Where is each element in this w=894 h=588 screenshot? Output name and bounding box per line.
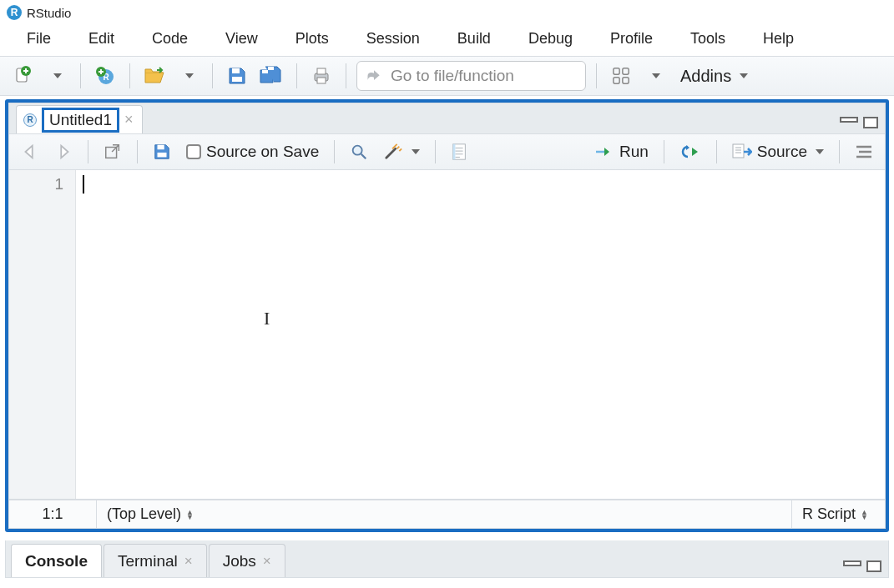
print-button[interactable] — [307, 62, 336, 90]
svg-rect-13 — [623, 68, 629, 74]
menu-tools[interactable]: Tools — [690, 30, 725, 48]
open-file-button[interactable] — [140, 62, 169, 90]
menu-session[interactable]: Session — [366, 30, 420, 48]
file-type-selector[interactable]: R Script ▲▼ — [792, 500, 885, 528]
addins-button[interactable]: Addins — [674, 67, 755, 86]
source-on-save-toggle[interactable]: Source on Save — [183, 141, 322, 163]
new-file-dropdown[interactable] — [42, 62, 70, 90]
minimize-pane-button[interactable] — [843, 560, 861, 566]
source-button[interactable]: Source — [729, 141, 827, 163]
svg-rect-11 — [317, 78, 326, 83]
maximize-pane-button[interactable] — [863, 117, 878, 128]
workspace-panes-button[interactable] — [607, 62, 635, 90]
new-file-button[interactable] — [8, 62, 37, 90]
svg-point-19 — [353, 146, 362, 155]
svg-rect-6 — [232, 77, 242, 82]
source-editor-pane: R Untitled1 × — [5, 99, 889, 532]
run-label: Run — [619, 143, 649, 161]
window-titlebar: R RStudio — [0, 0, 894, 25]
svg-rect-8 — [268, 67, 274, 70]
window-title: RStudio — [27, 6, 71, 20]
close-icon[interactable]: × — [184, 553, 193, 570]
console-pane: Console Terminal × Jobs × — [5, 540, 889, 578]
find-replace-button[interactable] — [346, 141, 371, 163]
save-button[interactable] — [223, 62, 251, 90]
tab-terminal[interactable]: Terminal × — [104, 544, 207, 577]
menu-debug[interactable]: Debug — [528, 30, 573, 48]
menu-plots[interactable]: Plots — [295, 30, 329, 48]
goto-placeholder: Go to file/function — [391, 67, 514, 85]
r-file-icon: R — [23, 113, 37, 127]
chevron-down-icon — [412, 149, 420, 154]
workspace-panes-dropdown[interactable] — [640, 62, 669, 90]
chevron-down-icon — [816, 149, 824, 154]
menu-view[interactable]: View — [225, 30, 258, 48]
console-tab-row: Console Terminal × Jobs × — [6, 540, 888, 577]
goto-file-function-input[interactable]: Go to file/function — [356, 61, 586, 91]
svg-rect-12 — [614, 68, 619, 74]
scope-selector[interactable]: (Top Level) ▲▼ — [97, 500, 792, 528]
code-tools-button[interactable] — [380, 141, 423, 163]
line-number: 1 — [9, 175, 63, 193]
chevron-down-icon — [740, 73, 748, 78]
tab-jobs[interactable]: Jobs × — [209, 544, 285, 577]
svg-rect-14 — [614, 78, 619, 83]
svg-rect-5 — [232, 68, 240, 73]
editor-status-bar: 1:1 (Top Level) ▲▼ R Script ▲▼ — [9, 500, 885, 528]
menu-edit[interactable]: Edit — [88, 30, 114, 48]
menu-build[interactable]: Build — [457, 30, 491, 48]
svg-rect-10 — [317, 68, 326, 74]
editor-tab-row: R Untitled1 × — [9, 103, 885, 133]
nav-forward-button[interactable] — [51, 141, 76, 163]
svg-rect-22 — [733, 144, 744, 158]
code-editor[interactable]: 1 I — [9, 170, 885, 500]
minimize-pane-button[interactable] — [840, 117, 858, 123]
rstudio-logo-icon: R — [7, 5, 22, 20]
text-cursor — [83, 175, 84, 193]
main-toolbar: R Go to file/function Addins — [0, 56, 894, 96]
show-in-new-window-button[interactable] — [100, 141, 125, 163]
open-file-dropdown[interactable] — [174, 62, 202, 90]
svg-rect-15 — [623, 78, 629, 83]
svg-rect-18 — [158, 153, 167, 158]
maximize-pane-button[interactable] — [866, 560, 881, 572]
outline-button[interactable] — [851, 143, 876, 161]
svg-rect-21 — [453, 144, 456, 159]
editor-tab-untitled1[interactable]: R Untitled1 × — [16, 105, 143, 133]
source-on-save-label: Source on Save — [206, 143, 319, 161]
save-all-button[interactable] — [256, 62, 286, 90]
text-caret-icon: I — [264, 308, 270, 329]
compile-report-button[interactable] — [447, 141, 471, 163]
nav-back-button[interactable] — [18, 141, 43, 163]
editor-tab-name: Untitled1 — [42, 108, 119, 133]
code-text-area[interactable]: I — [76, 170, 885, 499]
editor-toolbar: Source on Save Run — [9, 133, 885, 170]
menu-profile[interactable]: Profile — [610, 30, 653, 48]
menu-file[interactable]: File — [27, 30, 51, 48]
close-tab-icon[interactable]: × — [124, 111, 134, 128]
run-button[interactable]: Run — [591, 141, 652, 163]
checkbox-icon — [186, 144, 201, 159]
new-project-button[interactable]: R — [91, 62, 119, 90]
svg-rect-17 — [158, 145, 164, 150]
addins-label: Addins — [680, 67, 731, 86]
svg-rect-7 — [262, 70, 268, 73]
rerun-button[interactable] — [676, 143, 705, 161]
line-gutter: 1 — [9, 170, 76, 499]
menu-code[interactable]: Code — [152, 30, 188, 48]
close-icon[interactable]: × — [263, 553, 271, 570]
share-arrow-icon — [366, 68, 382, 84]
save-document-button[interactable] — [149, 141, 174, 163]
source-label: Source — [757, 143, 807, 161]
tab-console[interactable]: Console — [11, 544, 102, 577]
menu-help[interactable]: Help — [763, 30, 794, 48]
menu-bar: File Edit Code View Plots Session Build … — [0, 25, 894, 56]
cursor-position[interactable]: 1:1 — [9, 500, 97, 528]
